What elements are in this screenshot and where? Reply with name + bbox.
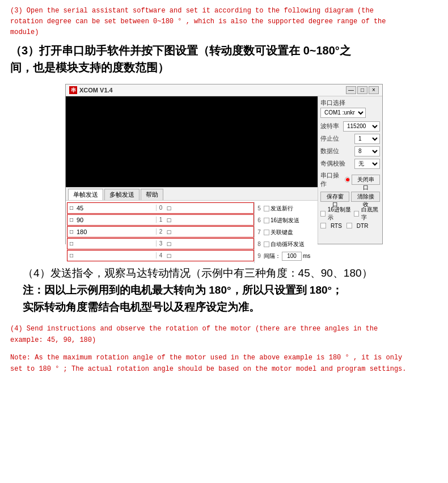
xcom-title-left: 串 XCOM V1.4 bbox=[69, 86, 113, 94]
right-item-5: 5 发送新行 bbox=[256, 203, 315, 214]
tab-multi-send[interactable]: 多帧发送 bbox=[104, 189, 140, 200]
send-input-4[interactable] bbox=[75, 251, 156, 261]
right-label-5: 发送新行 bbox=[271, 205, 293, 213]
sidebar-hex-row: 16进制显示 白底黑字 bbox=[320, 206, 380, 222]
bottom-english-1: (4) Send instructions and observe the ro… bbox=[10, 323, 438, 346]
send-row-2: □ 2 □ bbox=[67, 226, 254, 238]
send-input-3[interactable] bbox=[75, 239, 156, 249]
rts-label: RTS bbox=[331, 223, 342, 229]
right-label-7: 关联键盘 bbox=[271, 228, 293, 236]
xcom-sidebar: 串口选择 COM1 :unknown 波特率 115200 停止位 1 数据位 bbox=[318, 96, 382, 244]
sidebar-parity-label: 奇偶校验 bbox=[320, 159, 345, 168]
main-send-section: □ 0 □ □ 1 □ bbox=[67, 202, 316, 263]
right-item-9: 9 间隔： ms bbox=[256, 251, 315, 262]
interval-input[interactable] bbox=[282, 252, 302, 261]
xcom-title: XCOM V1.4 bbox=[79, 87, 113, 94]
xcom-main-area: 单帧发送 多帧发送 帮助 □ 0 □ bbox=[66, 96, 318, 244]
minimize-btn[interactable]: — bbox=[346, 86, 356, 94]
send-cb-0[interactable]: □ bbox=[67, 205, 75, 211]
right-cb-7[interactable] bbox=[264, 230, 269, 235]
sidebar-data-label: 数据位 bbox=[320, 147, 339, 155]
xcom-body: 单帧发送 多帧发送 帮助 □ 0 □ bbox=[66, 96, 382, 244]
send-row-1: □ 1 □ bbox=[67, 214, 254, 226]
send-row-4: □ 4 □ bbox=[67, 250, 254, 261]
tab-help[interactable]: 帮助 bbox=[141, 189, 163, 200]
whitebg-cb[interactable] bbox=[354, 211, 359, 217]
send-input2-3[interactable] bbox=[173, 239, 253, 249]
sidebar-port-group: 串口选择 COM1 :unknown bbox=[320, 99, 380, 118]
right-cb-8[interactable] bbox=[264, 242, 269, 247]
send-cb2-2[interactable]: □ bbox=[165, 228, 173, 235]
send-cb2-3[interactable]: □ bbox=[165, 240, 173, 247]
send-cb2-4[interactable]: □ bbox=[165, 252, 173, 259]
send-row-0: □ 0 □ bbox=[67, 202, 254, 214]
clear-receive-btn[interactable]: 清除接收 bbox=[351, 192, 380, 202]
send-num-3: 3 bbox=[156, 240, 165, 247]
sidebar-data-row: 数据位 8 bbox=[320, 146, 380, 156]
send-cb-2[interactable]: □ bbox=[67, 228, 75, 235]
sidebar-port-select[interactable]: COM1 :unknown bbox=[320, 108, 366, 118]
send-input2-0[interactable] bbox=[173, 203, 253, 213]
op-radio[interactable] bbox=[345, 177, 350, 183]
send-input-0[interactable] bbox=[75, 203, 156, 213]
right-num-7: 7 bbox=[256, 229, 263, 235]
chinese-note-4: （4）发送指令，观察马达转动情况（示例中有三种角度：45、90、180） 注：因… bbox=[10, 265, 438, 316]
xcom-tabs[interactable]: 单帧发送 多帧发送 帮助 bbox=[66, 187, 318, 200]
send-cb2-0[interactable]: □ bbox=[165, 205, 173, 211]
close-port-btn[interactable]: 关闭串口 bbox=[352, 175, 380, 185]
send-cb-4[interactable]: □ bbox=[67, 252, 75, 259]
sidebar-op-label: 串口操作 bbox=[320, 171, 343, 188]
top-english-text: (3) Open the serial assistant software a… bbox=[10, 6, 438, 39]
right-num-9: 9 bbox=[256, 253, 263, 259]
send-input2-4[interactable] bbox=[173, 251, 253, 261]
hex-display-label: 16进制显示 bbox=[328, 206, 352, 222]
sidebar-stop-label: 停止位 bbox=[320, 134, 339, 143]
xcom-title-controls[interactable]: — □ × bbox=[346, 86, 379, 94]
send-num-0: 0 bbox=[156, 205, 165, 211]
dtr-cb[interactable] bbox=[346, 223, 352, 228]
right-cb-6[interactable] bbox=[264, 218, 269, 223]
send-cb2-1[interactable]: □ bbox=[165, 217, 173, 223]
sidebar-baud-select[interactable]: 115200 bbox=[343, 121, 380, 132]
rts-cb[interactable] bbox=[320, 223, 326, 228]
right-interval-label: 间隔： bbox=[264, 252, 281, 260]
sidebar-op-row: 串口操作 关闭串口 bbox=[320, 171, 380, 189]
sidebar-stop-row: 停止位 1 bbox=[320, 134, 380, 144]
tab-single-send[interactable]: 单帧发送 bbox=[68, 189, 103, 200]
send-input2-2[interactable] bbox=[173, 227, 253, 237]
xcom-window: 串 XCOM V1.4 — □ × 单帧发送 多帧发送 帮助 bbox=[65, 84, 383, 244]
right-label-6: 16进制发送 bbox=[271, 217, 299, 224]
send-input-1[interactable] bbox=[75, 215, 156, 225]
send-cb-1[interactable]: □ bbox=[67, 217, 75, 223]
send-num-4: 4 bbox=[156, 252, 165, 259]
right-num-5: 5 bbox=[256, 205, 263, 211]
right-label-8: 自动循环发送 bbox=[271, 240, 305, 248]
xcom-icon: 串 bbox=[69, 86, 77, 94]
sidebar-parity-select[interactable]: 无 bbox=[354, 159, 380, 169]
send-cb-3[interactable]: □ bbox=[67, 240, 75, 247]
xcom-titlebar: 串 XCOM V1.4 — □ × bbox=[66, 84, 382, 96]
send-input2-1[interactable] bbox=[173, 215, 253, 225]
sidebar-btn-row: 保存窗口 清除接收 bbox=[320, 192, 380, 202]
interval-unit: ms bbox=[303, 253, 310, 259]
maximize-btn[interactable]: □ bbox=[357, 86, 367, 94]
sidebar-baud-label: 波特率 bbox=[320, 122, 339, 130]
hex-display-cb[interactable] bbox=[320, 211, 326, 217]
save-window-btn[interactable]: 保存窗口 bbox=[320, 192, 349, 202]
sidebar-parity-row: 奇偶校验 无 bbox=[320, 159, 380, 169]
send-num-1: 1 bbox=[156, 217, 165, 223]
sidebar-stop-select[interactable]: 1 bbox=[354, 134, 380, 144]
left-send-panel: □ 0 □ □ 1 □ bbox=[67, 202, 254, 263]
close-btn[interactable]: × bbox=[369, 86, 379, 94]
right-cb-5[interactable] bbox=[264, 206, 269, 211]
send-row-3: □ 3 □ bbox=[67, 238, 254, 249]
send-input-2[interactable] bbox=[75, 227, 156, 237]
chinese-heading: （3）打开串口助手软件并按下图设置（转动度数可设置在 0~180°之 间，也是模… bbox=[10, 42, 438, 76]
sidebar-data-select[interactable]: 8 bbox=[354, 146, 380, 156]
right-num-8: 8 bbox=[256, 241, 263, 247]
bottom-english-2: Note: As the maximum rotation angle of t… bbox=[10, 352, 438, 375]
right-item-7: 7 关联键盘 bbox=[256, 227, 315, 238]
dtr-label: DTR bbox=[357, 223, 369, 229]
cn4-line2: 注：因以上示例用到的电机最大转向为 180°，所以只设置到 180°； bbox=[23, 282, 438, 299]
right-num-6: 6 bbox=[256, 217, 263, 223]
